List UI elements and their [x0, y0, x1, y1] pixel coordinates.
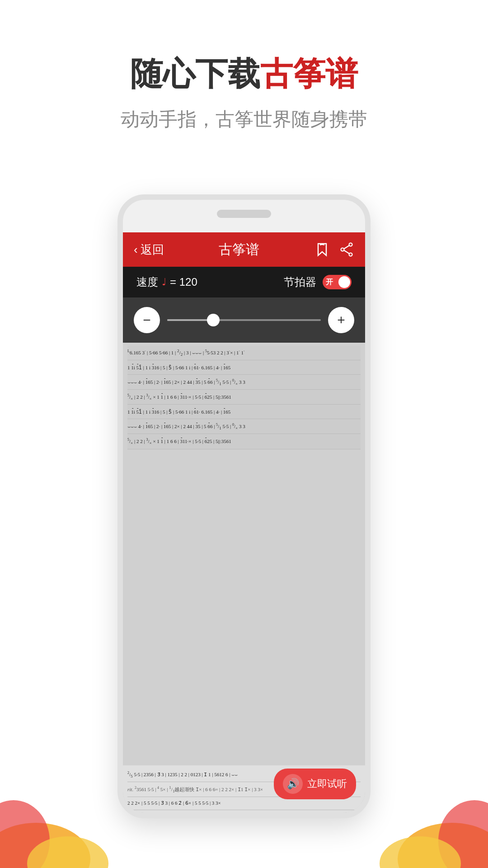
- notation-bottom-section: 2/5 5·5 | 2356 | 3̄ 3 | 1235 | 2 2 | 012…: [123, 765, 365, 813]
- phone-mockup: ‹ 返回 古筝谱: [117, 194, 371, 818]
- metronome-label: 节拍器: [284, 275, 316, 289]
- main-title-part1: 随心下载: [130, 56, 260, 92]
- back-label: 返回: [141, 242, 164, 258]
- phone-speaker: [217, 210, 271, 218]
- note-icon: ♩: [162, 276, 166, 288]
- metronome-toggle[interactable]: 开: [323, 275, 352, 289]
- tempo-bar: 速度 ♩ = 120 节拍器 开: [123, 267, 365, 297]
- notation-row-2: 1 1̄i 5̄1̄ | 1 i 3̄16 | 5 | 5̄ | 5·66 1 …: [127, 360, 361, 374]
- metronome-control: 节拍器 开: [284, 275, 352, 289]
- listen-label: 立即试听: [307, 777, 347, 791]
- svg-point-7: [349, 253, 352, 256]
- notation-row-5: 1 1̄i 5̄1̄ | 1 i 3̄16 | 5 | 5̄ | 5·66 1 …: [127, 405, 361, 419]
- tempo-display: 速度 ♩ = 120: [136, 275, 197, 289]
- notation-row-3: ⌣⌣⌣ 4· | 1̄65 | 2· | 1̄65 | 2× | 2 44 | …: [127, 375, 361, 390]
- share-icon[interactable]: [339, 242, 354, 257]
- back-button[interactable]: ‹ 返回: [134, 242, 164, 258]
- toggle-knob: [338, 276, 350, 288]
- listen-icon: 🔊: [283, 774, 303, 794]
- tempo-value: = 120: [170, 276, 197, 288]
- listen-button[interactable]: 🔊 立即试听: [274, 769, 356, 799]
- topbar-icons: [314, 242, 354, 257]
- svg-line-9: [344, 245, 349, 249]
- sheet-music-area: L6.165 3· | 5·66 5·66 | 1 | 2/2 | 3 | ⌣⌣…: [123, 343, 365, 813]
- slider-plus-button[interactable]: +: [328, 307, 354, 333]
- app-topbar: ‹ 返回 古筝谱: [123, 232, 365, 267]
- slider-minus-button[interactable]: −: [134, 307, 160, 333]
- main-title-accent: 古筝谱: [260, 56, 358, 92]
- notation-main: L6.165 3· | 5·66 5·66 | 1 | 2/2 | 3 | ⌣⌣…: [123, 343, 365, 452]
- notation-row-4: 5/× | 2 2 | 3/× × 1 1̄ | 1 6 6 | 3̄11·× …: [127, 390, 361, 405]
- notation-row-6: ⌣⌣⌣ 4· | 1̄65 | 2· | 1̄65 | 2× | 2 44 | …: [127, 419, 361, 434]
- decorative-blob-left: [0, 769, 117, 868]
- sub-title: 动动手指，古筝世界随身携带: [0, 107, 488, 132]
- chevron-left-icon: ‹: [134, 243, 138, 257]
- toggle-on-label: 开: [326, 278, 333, 287]
- bookmark-icon[interactable]: [314, 242, 330, 257]
- svg-line-10: [344, 250, 349, 254]
- main-title: 随心下载古筝谱: [0, 54, 488, 93]
- svg-point-6: [349, 243, 352, 246]
- page-header: 随心下载古筝谱 动动手指，古筝世界随身携带: [0, 54, 488, 132]
- slider-thumb: [207, 314, 220, 326]
- slider-track[interactable]: [167, 319, 321, 321]
- decorative-blob-right: [371, 769, 488, 868]
- notation-row-1: L6.165 3· | 5·66 5·66 | 1 | 2/2 | 3 | ⌣⌣…: [127, 345, 361, 360]
- app-screen: ‹ 返回 古筝谱: [123, 232, 365, 813]
- tempo-label: 速度: [136, 275, 158, 289]
- slider-bar: − +: [123, 297, 365, 343]
- appbar-title: 古筝谱: [219, 241, 259, 259]
- notation-row-7: 5/× | 2 2 | 3/× × 1 1̄ | 1 6 6 | 3̄11·× …: [127, 434, 361, 449]
- slider-fill: [167, 319, 213, 321]
